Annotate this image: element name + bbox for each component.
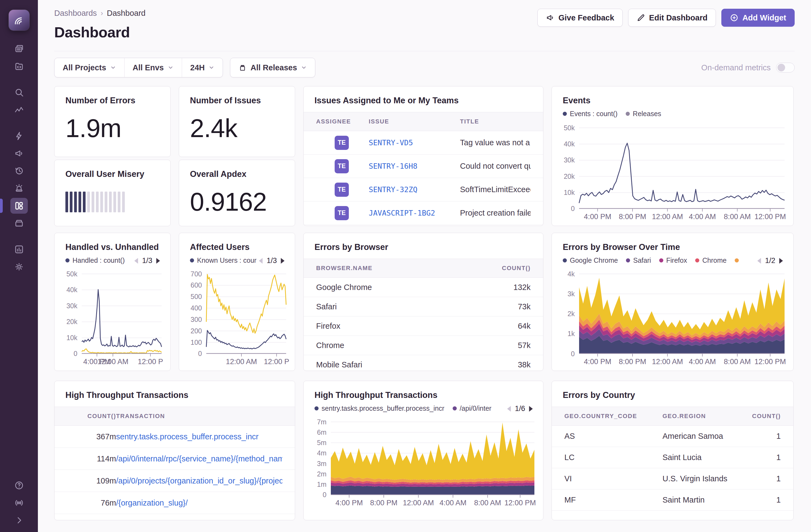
issue-link[interactable]: SENTRY-16H8 bbox=[369, 162, 460, 170]
legend-item[interactable]: Chrome bbox=[695, 257, 726, 264]
give-feedback-button[interactable]: Give Feedback bbox=[537, 9, 623, 27]
count-cell: 109m bbox=[67, 476, 116, 485]
issue-link[interactable]: SENTRY-32ZQ bbox=[369, 185, 460, 194]
transaction-link[interactable]: /api/0/internal/rpc/{service_name}/{meth… bbox=[116, 454, 282, 463]
events-chart[interactable]: 50k40k30k20k10k04:00 PM8:00 PM12:00 AM4:… bbox=[561, 128, 784, 221]
pager-prev-icon[interactable] bbox=[133, 258, 139, 264]
pager-next-icon[interactable] bbox=[156, 258, 161, 264]
sidebar-item-alerts[interactable] bbox=[10, 180, 28, 196]
pager-prev-icon[interactable] bbox=[258, 258, 263, 264]
text-cell: Firefox bbox=[316, 322, 471, 331]
avatar[interactable]: TE bbox=[335, 183, 349, 197]
sidebar-item-traces[interactable] bbox=[10, 102, 28, 118]
sidebar-item-search[interactable] bbox=[10, 85, 28, 100]
count-cell: 132k bbox=[471, 283, 531, 292]
widget-title: Overall Apdex bbox=[190, 169, 284, 179]
x-axis: 12:00 AM12:00 P bbox=[206, 354, 286, 366]
legend-item[interactable]: /api/0/internal/r bbox=[453, 405, 491, 412]
count-cell: 64k bbox=[471, 322, 531, 331]
legend-item[interactable]: Google Chrome bbox=[563, 257, 618, 264]
pager-next-icon[interactable] bbox=[280, 258, 286, 264]
pager-label: 1/6 bbox=[515, 405, 525, 413]
pager-prev-icon[interactable] bbox=[756, 258, 762, 264]
table-header: COUNT()TRANSACTION bbox=[55, 407, 295, 426]
count-cell: 57k bbox=[471, 341, 531, 350]
pager-next-icon[interactable] bbox=[779, 258, 784, 264]
user-misery-gauge bbox=[65, 192, 159, 212]
high-throughput-chart[interactable]: 7m6m5m4m3m2m1m04:00 PM8:00 PM12:00 AM4:0… bbox=[313, 422, 534, 507]
avatar[interactable]: TE bbox=[335, 206, 349, 220]
legend-item[interactable]: sentry.tasks.process_buffer.process_incr bbox=[315, 405, 444, 412]
handled-chart[interactable]: 50k40k30k20k10k04:00 PM12:00 AM12:00 P bbox=[64, 274, 162, 366]
table-row: TEJAVASCRIPT-1BG2Project creation failed bbox=[304, 201, 543, 225]
sentry-logo[interactable] bbox=[9, 10, 29, 31]
on-demand-metrics-toggle[interactable] bbox=[776, 63, 795, 73]
widget-pager: 1/2 bbox=[756, 257, 784, 265]
sidebar-item-issues[interactable] bbox=[10, 41, 28, 57]
archive-icon bbox=[14, 218, 24, 228]
clock-rewind-icon bbox=[14, 166, 24, 176]
table-row: 114m/api/0/internal/rpc/{service_name}/{… bbox=[55, 448, 295, 470]
pager-label: 1/3 bbox=[142, 257, 152, 265]
widget-affected-users: Affected Users Known Users : cour 1/3 70… bbox=[179, 233, 295, 371]
avatar[interactable]: TE bbox=[335, 159, 349, 173]
sidebar-item-help[interactable] bbox=[10, 477, 28, 493]
release-filter[interactable]: All Releases bbox=[230, 58, 315, 77]
sidebar-item-stats[interactable] bbox=[10, 242, 28, 257]
text-cell: MF bbox=[564, 496, 662, 504]
on-demand-metrics: On-demand metrics bbox=[701, 63, 795, 73]
sidebar-item-releases[interactable] bbox=[10, 215, 28, 231]
text-cell: Chrome bbox=[316, 341, 471, 350]
sidebar-item-broadcast[interactable] bbox=[10, 495, 28, 511]
transaction-link[interactable]: /{organization_slug}/ bbox=[116, 499, 282, 507]
megaphone-icon bbox=[546, 13, 554, 22]
misery-bar bbox=[122, 192, 125, 212]
breadcrumb-dashboards[interactable]: Dashboards bbox=[54, 9, 97, 18]
widget-title: Overall User Misery bbox=[65, 169, 159, 179]
sidebar-item-dashboards[interactable] bbox=[10, 198, 28, 214]
widget-number-of-issues: Number of Issues 2.4k bbox=[179, 86, 295, 157]
header-actions: Give Feedback Edit Dashboard Add Widget bbox=[537, 9, 795, 27]
time-range-filter[interactable]: 24H bbox=[182, 58, 223, 77]
affected-users-chart[interactable]: 700600500400300200100012:00 AM12:00 P bbox=[188, 274, 286, 366]
pager-next-icon[interactable] bbox=[529, 406, 534, 412]
help-icon bbox=[14, 481, 24, 490]
edit-dashboard-button[interactable]: Edit Dashboard bbox=[628, 9, 716, 27]
sidebar-item-feedback[interactable] bbox=[10, 146, 28, 161]
y-axis: 7006005004003002001000 bbox=[188, 274, 206, 354]
column-header: COUNT() bbox=[471, 265, 531, 272]
transaction-link[interactable]: sentry.tasks.process_buffer.process_incr bbox=[116, 432, 282, 441]
widget-title: High Throughput Transactions bbox=[65, 390, 284, 400]
sidebar-item-settings[interactable] bbox=[10, 259, 28, 275]
legend-item[interactable]: Known Users : cour bbox=[190, 257, 257, 264]
column-header: COUNT() bbox=[67, 413, 116, 420]
project-filter[interactable]: All Projects bbox=[55, 58, 124, 77]
legend-item[interactable]: Mobile S bbox=[735, 257, 741, 264]
environment-filter[interactable]: All Envs bbox=[124, 58, 182, 77]
issue-link[interactable]: JAVASCRIPT-1BG2 bbox=[369, 209, 460, 217]
legend-item[interactable]: Releases bbox=[626, 110, 661, 118]
sidebar-collapse-button[interactable] bbox=[10, 512, 28, 528]
plus-circle-icon bbox=[730, 13, 738, 22]
sidebar bbox=[0, 0, 38, 532]
avatar[interactable]: TE bbox=[335, 136, 349, 150]
legend-item[interactable]: Safari bbox=[626, 257, 651, 264]
add-widget-button[interactable]: Add Widget bbox=[721, 9, 795, 27]
pager-prev-icon[interactable] bbox=[506, 406, 511, 412]
projects-icon bbox=[14, 61, 24, 71]
sidebar-item-projects[interactable] bbox=[10, 58, 28, 74]
transaction-link[interactable]: /api/0/projects/{organization_id_or_slug… bbox=[116, 476, 282, 485]
sidebar-item-performance[interactable] bbox=[10, 128, 28, 144]
legend-item[interactable]: Events : count() bbox=[563, 110, 617, 118]
legend-item[interactable]: Firefox bbox=[659, 257, 687, 264]
issue-link[interactable]: SENTRY-VD5 bbox=[369, 138, 460, 147]
misery-bar bbox=[113, 192, 116, 212]
legend-item[interactable]: Handled : count() bbox=[65, 257, 125, 264]
assignee-cell: TE bbox=[316, 183, 369, 197]
count-cell: 1 bbox=[737, 432, 781, 441]
browsers-over-time-chart[interactable]: 4k3k2k1k04:00 PM8:00 PM12:00 AM4:00 AM8:… bbox=[561, 274, 784, 366]
y-axis: 4k3k2k1k0 bbox=[561, 274, 579, 354]
sidebar-item-replays[interactable] bbox=[10, 163, 28, 179]
assignee-cell: TE bbox=[316, 136, 369, 150]
table-row: ASAmerican Samoa1 bbox=[552, 426, 793, 447]
